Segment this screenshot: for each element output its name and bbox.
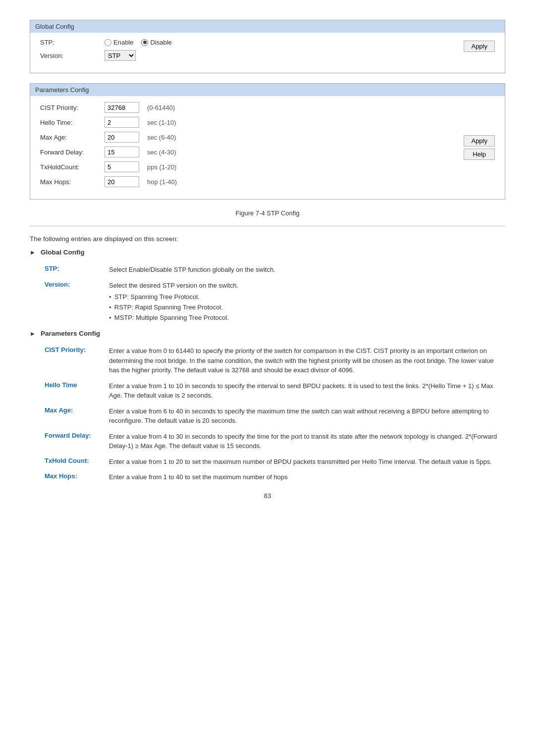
version-desc-term: Version: [45,281,109,288]
arrow-marker-params: ► [30,330,37,337]
stp-desc-def: Select Enable/Disable STP function globa… [109,265,505,275]
max-hops-desc-row: Max Hops: Enter a value from 1 to 40 to … [45,472,505,482]
cist-priority-row: CIST Priority: (0-61440) [40,102,495,113]
txhold-count-label: TxHoldCount: [40,163,105,171]
cist-priority-control: (0-61440) [105,102,175,113]
params-button-group: Apply Help [464,135,495,160]
txhold-count-control: pps (1-20) [105,161,176,172]
stp-label: STP: [40,39,105,46]
global-config-body: STP: Enable Disable Version: STP [30,33,505,73]
stp-controls: Enable Disable [105,39,172,46]
hello-time-control: sec (1-10) [105,117,176,128]
forward-delay-input[interactable] [105,147,139,157]
global-config-desc-header: ► Global Config [30,249,505,260]
global-config-header: Global Config [30,20,505,33]
max-hops-row: Max Hops: hop (1-40) [40,176,495,187]
max-hops-input[interactable] [105,176,139,187]
txhold-count-input[interactable] [105,161,139,172]
forward-delay-desc-def: Enter a value from 4 to 30 in seconds to… [109,432,505,451]
hello-time-row: Hello Time: sec (1-10) [40,117,495,128]
max-age-hint: sec (6-40) [147,134,176,141]
global-config-desc-title: Global Config [41,249,85,256]
hello-time-desc-term: Hello Time [45,381,109,389]
parameters-config-section: Parameters Config CIST Priority: (0-6144… [30,83,505,200]
hello-time-desc-row: Hello Time Enter a value from 1 to 10 in… [45,381,505,401]
version-desc-def: Select the desired STP version on the sw… [109,281,505,323]
max-age-control: sec (6-40) [105,132,176,143]
txhold-count-hint: pps (1-20) [147,163,176,171]
max-age-input[interactable] [105,132,139,143]
version-bullet-stp: STP: Spanning Tree Protocol. [109,292,505,302]
txhold-count-desc-def: Enter a value from 1 to 20 to set the ma… [109,457,505,467]
max-age-row: Max Age: sec (6-40) [40,132,495,143]
global-apply-container: Apply [464,41,495,52]
stp-desc-row: STP: Select Enable/Disable STP function … [45,265,505,275]
stp-disable-label: Disable [150,39,171,46]
stp-enable-option[interactable]: Enable [105,39,133,46]
txhold-count-desc-term: TxHold Count: [45,457,109,464]
hello-time-label: Hello Time: [40,119,105,126]
forward-delay-control: sec (4-30) [105,147,176,157]
max-hops-desc-term: Max Hops: [45,472,109,480]
version-desc-row: Version: Select the desired STP version … [45,281,505,323]
max-hops-label: Max Hops: [40,178,105,186]
stp-desc-block: STP: Select Enable/Disable STP function … [45,265,505,323]
forward-delay-label: Forward Delay: [40,149,105,156]
max-hops-hint: hop (1-40) [147,178,177,186]
stp-desc-term: STP: [45,265,109,272]
parameters-config-body: CIST Priority: (0-61440) Hello Time: sec… [30,96,505,199]
hello-time-hint: sec (1-10) [147,119,176,126]
max-age-desc-def: Enter a value from 6 to 40 in seconds to… [109,406,505,426]
params-desc-block: CIST Priority: Enter a value from 0 to 6… [45,346,505,482]
max-age-desc-term: Max Age: [45,406,109,414]
params-config-desc-title: Parameters Config [41,330,100,337]
cist-priority-label: CIST Priority: [40,104,105,111]
forward-delay-row: Forward Delay: sec (4-30) [40,147,495,157]
cist-priority-desc-term: CIST Priority: [45,346,109,353]
version-select[interactable]: STP RSTP MSTP [105,50,136,61]
parameters-config-header: Parameters Config [30,84,505,96]
version-bullet-mstp: MSTP: Multiple Spanning Tree Protocol. [109,313,505,323]
forward-delay-hint: sec (4-30) [147,149,176,156]
figure-caption: Figure 7-4 STP Config [30,209,505,217]
cist-priority-hint: (0-61440) [147,104,175,111]
forward-delay-desc-row: Forward Delay: Enter a value from 4 to 3… [45,432,505,451]
max-age-label: Max Age: [40,134,105,141]
version-control: STP RSTP MSTP [105,50,136,61]
version-bullet-rstp: RSTP: Rapid Spanning Tree Protocol. [109,302,505,313]
forward-delay-desc-term: Forward Delay: [45,432,109,439]
intro-text: The following entries are displayed on t… [30,235,505,243]
max-hops-control: hop (1-40) [105,176,177,187]
stp-row: STP: Enable Disable [40,39,495,46]
hello-time-input[interactable] [105,117,139,128]
cist-priority-desc-def: Enter a value from 0 to 61440 to specify… [109,346,505,375]
params-config-desc-header: ► Parameters Config [30,330,505,341]
page-number: 83 [30,492,505,500]
global-config-section: Global Config STP: Enable Disable Versio… [30,20,505,73]
stp-disable-radio[interactable] [141,39,148,46]
cist-priority-input[interactable] [105,102,139,113]
stp-disable-option[interactable]: Disable [141,39,171,46]
stp-enable-radio[interactable] [105,39,111,46]
version-bullet-list: STP: Spanning Tree Protocol. RSTP: Rapid… [109,292,505,323]
version-row: Version: STP RSTP MSTP [40,50,495,61]
max-age-desc-row: Max Age: Enter a value from 6 to 40 in s… [45,406,505,426]
cist-priority-desc-row: CIST Priority: Enter a value from 0 to 6… [45,346,505,375]
params-apply-button[interactable]: Apply [464,135,495,147]
global-apply-button[interactable]: Apply [464,41,495,52]
arrow-marker-global: ► [30,249,37,256]
txhold-count-desc-row: TxHold Count: Enter a value from 1 to 20… [45,457,505,467]
version-desc-text: Select the desired STP version on the sw… [109,282,238,289]
hello-time-desc-def: Enter a value from 1 to 10 in seconds to… [109,381,505,401]
txhold-count-row: TxHoldCount: pps (1-20) [40,161,495,172]
stp-enable-label: Enable [113,39,133,46]
params-help-button[interactable]: Help [464,149,495,160]
version-label: Version: [40,52,105,59]
max-hops-desc-def: Enter a value from 1 to 40 to set the ma… [109,472,505,482]
section-divider [30,226,505,226]
